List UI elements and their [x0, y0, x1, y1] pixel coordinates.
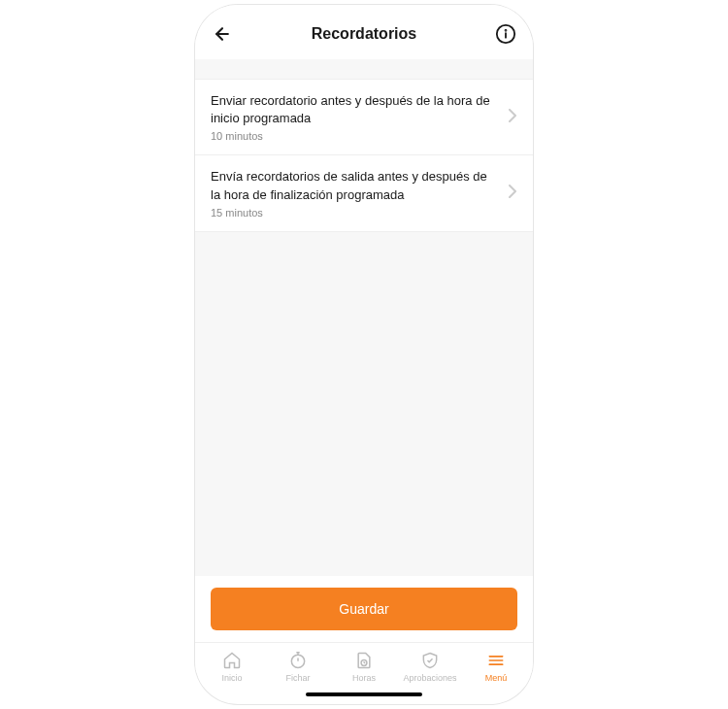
footer-button-area: Guardar	[195, 576, 533, 642]
tab-inicio[interactable]: Inicio	[199, 651, 265, 683]
item-title: Enviar recordatorio antes y después de l…	[211, 92, 498, 127]
item-title: Envía recordatorios de salida antes y de…	[211, 168, 498, 203]
tab-label: Menú	[485, 673, 508, 683]
chevron-right-icon	[508, 109, 517, 126]
tab-label: Fichar	[285, 673, 310, 683]
item-subtitle: 10 minutos	[211, 130, 498, 142]
chevron-right-icon	[508, 185, 517, 202]
tab-horas[interactable]: Horas	[331, 651, 397, 683]
info-icon	[495, 23, 516, 45]
arrow-left-icon	[213, 24, 232, 44]
tab-label: Inicio	[221, 673, 242, 683]
header: Recordatorios	[195, 5, 533, 59]
content-area: Enviar recordatorio antes y después de l…	[195, 59, 533, 576]
phone-frame: Recordatorios Enviar recordatorio antes …	[195, 5, 533, 704]
tab-label: Horas	[352, 673, 376, 683]
tab-aprobaciones[interactable]: Aprobaciones	[397, 651, 463, 683]
menu-icon	[486, 651, 506, 670]
back-button[interactable]	[211, 22, 234, 46]
reminder-start-item[interactable]: Enviar recordatorio antes y después de l…	[195, 79, 533, 155]
timesheet-icon	[354, 651, 374, 670]
page-title: Recordatorios	[312, 25, 416, 43]
item-subtitle: 15 minutos	[211, 207, 498, 219]
home-icon	[222, 651, 242, 670]
tab-menu[interactable]: Menú	[463, 651, 529, 683]
save-button[interactable]: Guardar	[211, 588, 517, 630]
svg-point-4	[291, 655, 304, 667]
tab-fichar[interactable]: Fichar	[265, 651, 331, 683]
info-button[interactable]	[494, 22, 517, 46]
shield-check-icon	[420, 651, 440, 670]
svg-point-3	[506, 30, 507, 31]
reminder-end-item[interactable]: Envía recordatorios de salida antes y de…	[195, 155, 533, 231]
stopwatch-icon	[288, 651, 308, 670]
item-text: Enviar recordatorio antes y después de l…	[211, 92, 508, 142]
home-indicator	[306, 692, 422, 696]
tabbar: Inicio Fichar Horas Aprobaciones Menú	[195, 642, 533, 687]
tab-label: Aprobaciones	[403, 673, 456, 683]
item-text: Envía recordatorios de salida antes y de…	[211, 168, 508, 218]
